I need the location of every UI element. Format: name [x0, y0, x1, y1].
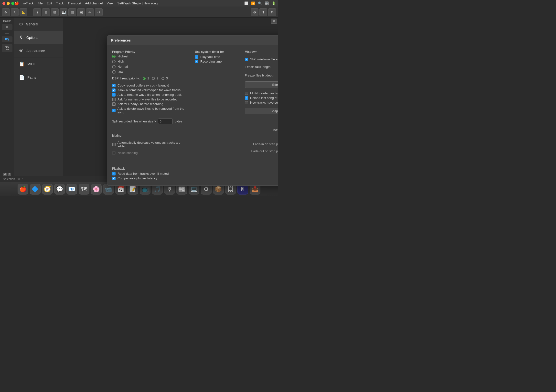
- draw-tool-button[interactable]: 📐: [20, 8, 27, 16]
- checkbox-reload-last[interactable]: Reload last song at startup: [245, 96, 278, 100]
- priority-normal-radio[interactable]: [112, 65, 116, 68]
- checkbox-auto-vol[interactable]: Allow automated volume/pan for wave trac…: [112, 88, 189, 92]
- priority-high-radio[interactable]: [112, 60, 116, 63]
- minimize-button[interactable]: [7, 2, 10, 5]
- dsp-radio-1[interactable]: [143, 77, 146, 80]
- add-efx-label[interactable]: ADD EFX: [3, 46, 11, 51]
- eq-label[interactable]: EQ: [5, 38, 9, 41]
- dock-messages[interactable]: 💬: [54, 184, 65, 195]
- checkbox-rename-wave-box[interactable]: [112, 93, 116, 97]
- nav-options[interactable]: 🎙 Options: [14, 31, 63, 44]
- menu-file[interactable]: File: [38, 1, 43, 5]
- dock-photos[interactable]: 🌸: [91, 184, 102, 195]
- checkbox-recording-time-label: Recording time: [200, 60, 222, 63]
- dsp-option-2[interactable]: 2: [152, 76, 158, 80]
- mixer-button[interactable]: ⊞: [42, 8, 50, 16]
- priority-highest[interactable]: Highest: [112, 54, 189, 58]
- menu-transport[interactable]: Transport: [68, 1, 81, 5]
- checkbox-compensate-latency-box[interactable]: [112, 177, 116, 180]
- right-panel-close-button[interactable]: ✕: [271, 19, 277, 24]
- checkbox-auto-decrease-box[interactable]: [112, 143, 116, 146]
- checkbox-recording-time[interactable]: Recording time: [195, 59, 239, 64]
- menu-view[interactable]: View: [107, 1, 113, 5]
- dsp-option-3[interactable]: 3: [161, 76, 168, 80]
- pencil-button[interactable]: ✏: [86, 8, 94, 16]
- priority-high[interactable]: High: [112, 60, 189, 63]
- dsp-option-1[interactable]: 1: [143, 76, 149, 80]
- checkbox-reload-last-box[interactable]: [245, 96, 248, 100]
- settings-button[interactable]: ⚙: [251, 8, 258, 16]
- checkbox-rename-wave[interactable]: Ask to rename wave file when renaming tr…: [112, 92, 189, 97]
- checkbox-read-muted-box[interactable]: [112, 172, 116, 175]
- nav-paths[interactable]: 📄 Paths: [14, 71, 63, 84]
- eq-section[interactable]: EQ: [2, 36, 12, 42]
- dock-safari[interactable]: 🧭: [42, 184, 53, 195]
- nav-general[interactable]: ⚙ General: [14, 18, 63, 31]
- dock-mail[interactable]: 📧: [66, 184, 77, 195]
- checkbox-ask-names[interactable]: Ask for names of wave files to be record…: [112, 97, 189, 102]
- info-button[interactable]: ℹ: [33, 8, 41, 16]
- nav-appearance[interactable]: 👁 Appearance: [14, 44, 63, 57]
- nav-midi[interactable]: 📋 MIDI: [14, 57, 63, 71]
- dock-launchpad[interactable]: 🔷: [30, 184, 41, 195]
- checkbox-read-muted[interactable]: Read data from tracks even if muted: [112, 171, 189, 176]
- checkbox-ask-ready-box[interactable]: [112, 102, 116, 106]
- checkbox-new-tracks-sends[interactable]: New tracks have sends to all auxs: [245, 100, 278, 105]
- priority-low[interactable]: Low: [112, 70, 189, 74]
- checkbox-playback-time-box[interactable]: [195, 55, 198, 59]
- control-center-icon[interactable]: 🎛️: [265, 1, 269, 5]
- refresh-button[interactable]: ↺: [95, 8, 103, 16]
- window-controls[interactable]: [2, 2, 14, 5]
- add-track-button[interactable]: ✤: [2, 8, 10, 16]
- checkbox-playback-time[interactable]: Playback time: [195, 54, 239, 59]
- priority-highest-radio[interactable]: [112, 55, 116, 58]
- checkbox-auto-decrease[interactable]: Automatically decrease volume as tracks …: [112, 140, 189, 149]
- general-icon: ⚙: [19, 22, 23, 27]
- snap-to-0-button[interactable]: Snap to 0 settings: [245, 108, 278, 114]
- timeline-button[interactable]: ⊟: [51, 8, 59, 16]
- menu-ntrack[interactable]: n-Track: [23, 1, 34, 5]
- apple-menu-icon[interactable]: 🍎: [14, 1, 19, 6]
- add-efx-section[interactable]: ADD EFX: [2, 44, 12, 52]
- search-icon[interactable]: 🔍: [258, 1, 262, 5]
- checkbox-recording-time-box[interactable]: [195, 60, 198, 63]
- checkbox-multithreaded[interactable]: Multithreaded audio processing: [245, 91, 278, 96]
- checkbox-shift-mixdown-box[interactable]: [245, 58, 248, 61]
- checkbox-auto-vol-box[interactable]: [112, 88, 116, 92]
- checkbox-delete-wave-box[interactable]: [112, 109, 116, 112]
- checkbox-new-tracks-sends-box[interactable]: [245, 101, 248, 104]
- grid-button[interactable]: ▦: [68, 8, 76, 16]
- select-tool-button[interactable]: ↖: [11, 8, 19, 16]
- dsp-radio-2[interactable]: [152, 77, 155, 80]
- checkbox-shift-mixdown[interactable]: Shift mixdown file according to plugins …: [245, 57, 278, 62]
- priority-normal[interactable]: Normal: [112, 65, 189, 68]
- dock-maps[interactable]: 🗺: [79, 184, 89, 195]
- piano-button[interactable]: 🎹: [60, 8, 67, 16]
- checkbox-copy-buffers-box[interactable]: [112, 84, 116, 87]
- dsp-radio-3[interactable]: [161, 77, 164, 80]
- checkbox-noise-shaping: Noise shaping: [112, 151, 189, 155]
- maximize-button[interactable]: [11, 2, 14, 5]
- priority-low-radio[interactable]: [112, 70, 116, 74]
- checkbox-delete-wave[interactable]: Ask to delete wave files to be removed f…: [112, 106, 189, 115]
- mixing-label: Mixing: [112, 134, 189, 137]
- menu-track[interactable]: Track: [56, 1, 64, 5]
- checkbox-ask-ready[interactable]: Ask for Ready? before recording: [112, 102, 189, 106]
- checkbox-multithreaded-box[interactable]: [245, 92, 248, 95]
- right-panel-close[interactable]: ✕: [271, 19, 277, 24]
- dsp-priority-section: DSP thread priority: 1 2: [112, 76, 189, 80]
- checkbox-copy-buffers[interactable]: Copy record buffers (+ cpu - latency): [112, 83, 189, 88]
- dock-finder[interactable]: 🍎: [18, 184, 28, 195]
- menu-edit[interactable]: Edit: [47, 1, 52, 5]
- checkbox-ask-names-box[interactable]: [112, 98, 116, 101]
- priority-low-label: Low: [118, 70, 123, 74]
- effects-settings-button[interactable]: Effects Settings: [245, 81, 278, 88]
- close-button[interactable]: [2, 2, 5, 5]
- checkbox-compensate-latency[interactable]: Compensate plugins latency: [112, 176, 189, 181]
- prefs-button[interactable]: ⚙: [268, 8, 276, 16]
- share-button[interactable]: ⬆: [259, 8, 267, 16]
- split-files-input[interactable]: [158, 119, 173, 124]
- split-files-row: Split recorded files when size > bytes: [112, 119, 189, 124]
- menu-add-channel[interactable]: Add channel: [85, 1, 103, 5]
- grid2-button[interactable]: ▣: [77, 8, 85, 16]
